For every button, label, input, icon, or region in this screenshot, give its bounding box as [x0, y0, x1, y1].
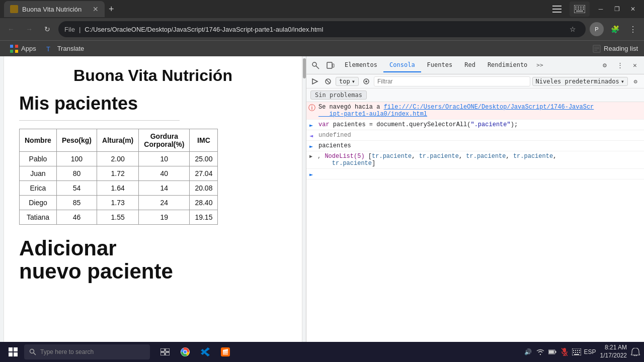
devtools-tab-elementos[interactable]: Elementos	[339, 58, 383, 72]
battery-icon[interactable]	[548, 347, 557, 356]
col-nombre: Nombre	[20, 129, 57, 152]
page-title: Buona Vita Nutrición	[19, 66, 287, 85]
devtools-tabs: ElementosConsolaFuentesRedRendimiento	[339, 58, 533, 72]
taskbar-sublime[interactable]	[216, 343, 234, 361]
translate-bookmark[interactable]: T Translate	[42, 43, 89, 55]
page-scroll-thumb[interactable]	[303, 58, 306, 78]
console-input-prompt	[318, 170, 322, 177]
language-indicator[interactable]: ESP	[584, 348, 596, 355]
top-arrow-icon: ▾	[352, 78, 355, 85]
table-cell: 1.64	[97, 181, 139, 196]
console-text-pacientes: pacientes	[318, 142, 351, 149]
devtools-tab-red[interactable]: Red	[458, 58, 481, 72]
table-row: Pablo1002.001025.00	[20, 152, 218, 166]
tab-close-button[interactable]: ✕	[93, 5, 99, 13]
hamburger-menu-icon[interactable]	[550, 4, 564, 15]
table-row: Erica541.641420.08	[20, 181, 218, 196]
minimize-button[interactable]: ─	[594, 2, 608, 16]
system-clock[interactable]: 8:21 AM 1/17/2022	[600, 344, 627, 359]
new-tab-button[interactable]: +	[109, 4, 114, 15]
keyboard-layout-icon[interactable]	[572, 347, 581, 356]
url-bar[interactable]: File | C:/Users/OracleONE/Desktop/JavaSc…	[58, 21, 586, 37]
devtools-settings-icon[interactable]: ⚙	[598, 58, 612, 72]
taskbar: Type here to search 🔊	[0, 342, 644, 362]
table-cell: 19.15	[190, 210, 218, 225]
console-gear-icon[interactable]: ⚙	[630, 76, 641, 87]
table-cell: Pablo	[20, 152, 57, 166]
table-row: Tatiana461.551919.15	[20, 210, 218, 225]
log-level-selector[interactable]: Niveles predeterminados ▾	[532, 77, 628, 86]
table-cell: 1.72	[97, 166, 139, 181]
console-entry-var-input: ► var pacientes = document.querySelector…	[306, 120, 644, 130]
forward-button[interactable]: →	[22, 22, 36, 36]
console-exec-icon[interactable]	[309, 76, 320, 87]
devtools-more-tabs[interactable]: >>	[534, 60, 545, 70]
console-filter-input[interactable]	[374, 76, 530, 86]
svg-rect-4	[575, 7, 577, 8]
svg-rect-35	[160, 352, 165, 355]
maximize-button[interactable]: ❐	[610, 2, 624, 16]
apps-bookmark[interactable]: Apps	[6, 43, 40, 55]
windows-logo-icon	[9, 347, 18, 356]
svg-rect-10	[580, 9, 582, 10]
devtools-settings: ⚙ ⋮ ✕	[598, 58, 642, 72]
svg-rect-16	[15, 50, 18, 53]
live-expression-icon[interactable]	[361, 76, 372, 87]
svg-text:T: T	[46, 45, 50, 53]
start-button[interactable]	[4, 343, 22, 361]
apps-label: Apps	[21, 45, 36, 52]
svg-rect-55	[573, 352, 574, 353]
no-problems-badge[interactable]: Sin problemas	[310, 90, 367, 100]
svg-rect-5	[578, 7, 579, 8]
taskbar-vscode[interactable]	[196, 343, 214, 361]
navigation-link[interactable]: file:///C:/Users/OracleONE/Desktop/JavaS…	[318, 104, 594, 118]
table-cell: 25.00	[190, 152, 218, 166]
network-icon[interactable]	[536, 347, 545, 356]
taskbar-chrome[interactable]	[176, 343, 194, 361]
svg-rect-52	[575, 350, 576, 351]
devtools-tab-consola[interactable]: Consola	[383, 58, 421, 72]
volume-icon[interactable]: 🔊	[524, 347, 533, 356]
table-cell: 1.55	[97, 210, 139, 225]
notification-icon[interactable]	[631, 347, 640, 356]
table-header: Nombre Peso(kg) Altura(m) Gordura Corpor…	[20, 129, 218, 152]
taskbar-task-view[interactable]	[156, 343, 174, 361]
microphone-mute-icon[interactable]	[560, 347, 569, 356]
console-entry-nodelist: ▶ , NodeList(5) [tr.paciente, tr.pacient…	[306, 151, 644, 169]
devtools-more-icon[interactable]: ⋮	[613, 58, 627, 72]
expand-nodelist-icon[interactable]: ▶	[309, 153, 312, 159]
devtools-tab-rendimiento[interactable]: Rendimiento	[481, 58, 533, 72]
table-cell: 2.00	[97, 152, 139, 166]
console-block-icon[interactable]	[323, 76, 334, 87]
console-text-var: var pacientes = document.querySelectorAl…	[318, 121, 518, 128]
system-tray-icons: 🔊 ESP	[524, 347, 596, 356]
back-button[interactable]: ←	[4, 22, 18, 36]
extensions-icon[interactable]: 🧩	[608, 22, 622, 36]
table-cell: 40	[139, 166, 190, 181]
browser-tab[interactable]: Buona Vita Nutrición ✕	[4, 1, 105, 17]
page-scrollbar[interactable]	[302, 56, 306, 342]
svg-point-30	[365, 80, 367, 82]
table-cell: 27.04	[190, 166, 218, 181]
svg-rect-11	[583, 9, 584, 10]
no-problems-bar: Sin problemas	[306, 88, 644, 102]
devtools-close-icon[interactable]: ✕	[628, 58, 642, 72]
search-icon	[29, 348, 36, 355]
devtools-inspect-icon[interactable]	[308, 58, 323, 72]
page-left-scroll	[0, 56, 4, 342]
table-cell: 19	[139, 210, 190, 225]
devtools-device-icon[interactable]	[324, 58, 338, 72]
taskbar-search[interactable]: Type here to search	[24, 344, 150, 359]
vscode-icon	[200, 347, 210, 357]
devtools-tab-fuentes[interactable]: Fuentes	[421, 58, 459, 72]
profile-icon[interactable]: P	[590, 22, 604, 36]
close-button[interactable]: ✕	[626, 2, 640, 16]
svg-marker-26	[312, 79, 317, 84]
bookmark-star-icon[interactable]: ☆	[566, 22, 580, 36]
refresh-button[interactable]: ↻	[40, 22, 54, 36]
browser-menu-icon[interactable]: ⋮	[626, 22, 640, 36]
keyboard-icon[interactable]	[570, 2, 590, 17]
reading-list-button[interactable]: Reading list	[593, 45, 638, 53]
top-context-selector[interactable]: top ▾	[336, 77, 359, 86]
svg-rect-58	[579, 352, 580, 353]
